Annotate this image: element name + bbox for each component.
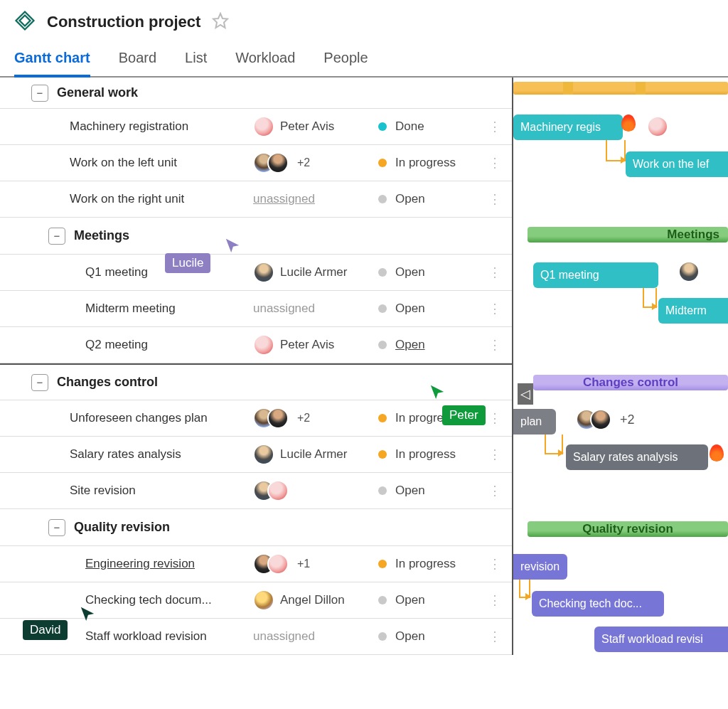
more-icon[interactable]: ⋮ (488, 337, 500, 353)
gantt-group-quality[interactable]: Quality revision (528, 521, 728, 537)
avatar (590, 409, 611, 430)
star-icon[interactable] (212, 12, 229, 32)
table-row[interactable]: Q1 meeting Lucile Armer Open ⋮ (0, 255, 512, 291)
group-label: General work (57, 85, 138, 100)
subgroup-meetings[interactable]: − Meetings (0, 218, 512, 255)
table-row[interactable]: Checking tech docum... Angel Dillon Open… (0, 582, 512, 619)
avatar (647, 116, 668, 137)
status-dot (378, 486, 387, 495)
assignee-cell[interactable]: +2 (253, 407, 378, 429)
more-icon[interactable]: ⋮ (488, 629, 500, 644)
table-row[interactable]: Staff workload revision unassigned Open … (0, 619, 512, 655)
scroll-left-icon[interactable]: ◁ (518, 383, 533, 405)
status-text: Open (395, 192, 425, 206)
more-icon[interactable]: ⋮ (488, 592, 500, 608)
subgroup-quality-revision[interactable]: − Quality revision (0, 509, 512, 546)
status-cell[interactable]: Done (378, 119, 498, 134)
status-cell[interactable]: Open (378, 265, 498, 279)
tab-people[interactable]: People (323, 50, 368, 76)
collab-cursor-lucile (225, 238, 240, 256)
assignee-text: unassigned (253, 629, 315, 644)
assignee-cell[interactable]: Peter Avis (253, 116, 378, 137)
assignee-text: Peter Avis (280, 119, 334, 134)
more-icon[interactable]: ⋮ (488, 155, 500, 171)
more-icon[interactable]: ⋮ (488, 447, 500, 462)
gantt-connector (545, 435, 563, 454)
status-dot (378, 450, 387, 459)
gantt-group-meetings[interactable]: Meetings (528, 227, 728, 242)
task-name: Midterm meeting (0, 302, 253, 316)
gantt-group-changes[interactable]: Changes control (533, 375, 728, 390)
gantt-bar-left-unit[interactable]: Work on the lef (626, 151, 728, 177)
gantt-bar-staff[interactable]: Staff workload revisi (594, 627, 728, 652)
more-icon[interactable]: ⋮ (488, 410, 500, 426)
avatar (253, 334, 274, 356)
table-row[interactable]: Work on the right unit unassigned Open ⋮ (0, 181, 512, 218)
table-row[interactable]: Site revision Open ⋮ (0, 473, 512, 509)
gantt-bar-salary[interactable]: Salary rates analysis (566, 444, 708, 470)
table-row[interactable]: Salary rates analysis Lucile Armer In pr… (0, 437, 512, 473)
more-icon[interactable]: ⋮ (488, 119, 500, 134)
table-row[interactable]: Midterm meeting unassigned Open ⋮ (0, 291, 512, 327)
table-row[interactable]: Work on the left unit +2 In progress ⋮ (0, 145, 512, 181)
tab-list[interactable]: List (185, 50, 207, 76)
avatar (678, 261, 700, 282)
gantt-bar-revision[interactable]: revision (513, 554, 567, 580)
table-row[interactable]: Unforeseen changes plan +2 In progress ⋮ (0, 400, 512, 437)
assignee-cell[interactable]: Peter Avis (253, 334, 378, 356)
status-cell[interactable]: Open (378, 338, 498, 352)
group-general-work[interactable]: − General work (0, 78, 512, 109)
assignee-cell[interactable]: +1 (253, 553, 378, 575)
more-icon[interactable]: ⋮ (488, 483, 500, 499)
flame-icon (621, 114, 636, 132)
gantt-bar-midterm[interactable]: Midterm (658, 298, 728, 324)
collab-cursor-david (80, 606, 95, 624)
collapse-icon[interactable]: − (31, 85, 48, 102)
status-cell[interactable]: In progress (378, 156, 498, 170)
gantt-bar-checking[interactable]: Checking tech doc... (532, 591, 664, 617)
status-dot (378, 560, 387, 568)
collapse-icon[interactable]: − (48, 519, 65, 536)
gantt-bar-q1[interactable]: Q1 meeting (533, 262, 658, 288)
assignee-cell[interactable]: Angel Dillon (253, 590, 378, 611)
gantt-bar-plan[interactable]: plan (513, 409, 556, 435)
status-text: Open (395, 593, 425, 607)
more-icon[interactable]: ⋮ (488, 265, 500, 280)
tab-workload[interactable]: Workload (235, 50, 295, 76)
status-cell[interactable]: Open (378, 484, 498, 498)
task-name: Site revision (0, 484, 253, 498)
tab-gantt-chart[interactable]: Gantt chart (14, 50, 90, 76)
status-cell[interactable]: Open (378, 192, 498, 206)
collab-cursor-peter-label: Peter (442, 405, 486, 425)
status-cell[interactable]: Open (378, 629, 498, 644)
assignee-cell[interactable]: Lucile Armer (253, 444, 378, 465)
more-icon[interactable]: ⋮ (488, 191, 500, 207)
task-name: Q2 meeting (0, 338, 253, 352)
table-row[interactable]: Q2 meeting Peter Avis Open ⋮ (0, 327, 512, 363)
tab-board[interactable]: Board (119, 50, 156, 76)
table-row[interactable]: Machinery registration Peter Avis Done ⋮ (0, 109, 512, 145)
avatar (253, 262, 274, 283)
status-cell[interactable]: Open (378, 302, 498, 316)
assignee-cell[interactable]: unassigned (253, 629, 378, 644)
table-row[interactable]: Engineering revision +1 In progress ⋮ (0, 546, 512, 582)
assignee-cell[interactable] (253, 480, 378, 501)
assignee-cell[interactable]: unassigned (253, 192, 378, 206)
more-icon[interactable]: ⋮ (488, 301, 500, 316)
assignee-cell[interactable]: +2 (253, 152, 378, 174)
assignee-text: Peter Avis (280, 338, 334, 352)
collapse-icon[interactable]: − (31, 374, 48, 391)
assignee-text: Lucile Armer (280, 447, 347, 462)
status-cell[interactable]: Open (378, 593, 498, 607)
gantt-bar-machinery[interactable]: Machinery regis (513, 114, 623, 140)
timeline-marker (563, 82, 573, 95)
collapse-icon[interactable]: − (48, 228, 65, 245)
assignee-cell[interactable]: Lucile Armer (253, 262, 378, 283)
task-name: Checking tech docum... (0, 593, 253, 607)
more-icon[interactable]: ⋮ (488, 556, 500, 572)
status-cell[interactable]: In progress (378, 447, 498, 462)
status-cell[interactable]: In progress (378, 557, 498, 571)
avatar (267, 407, 289, 429)
assignee-cell[interactable]: unassigned (253, 302, 378, 316)
status-dot (378, 122, 387, 131)
